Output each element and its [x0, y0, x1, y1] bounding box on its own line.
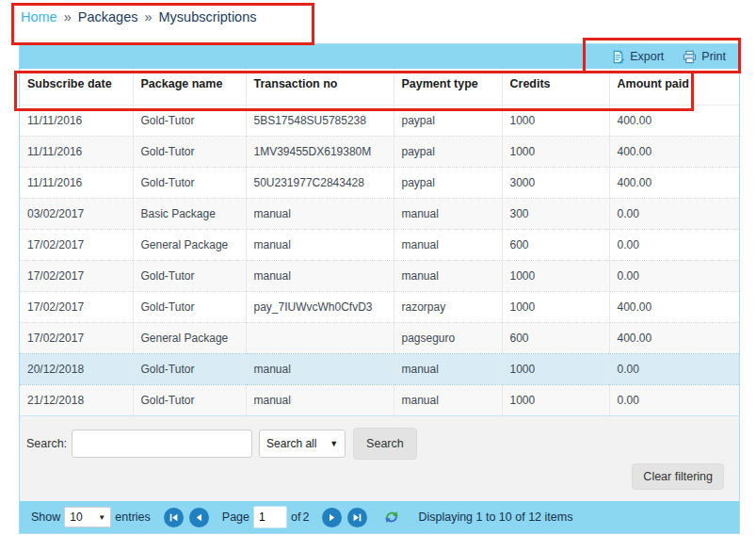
table-header-row: Subscribe datePackage nameTransaction no…: [20, 69, 739, 105]
table-cell: manual: [394, 229, 502, 260]
column-header-3[interactable]: Payment type: [394, 69, 502, 105]
previous-page-button[interactable]: [189, 508, 209, 527]
table-cell: 400.00: [609, 322, 739, 353]
table-cell: Gold-Tutor: [133, 291, 246, 322]
search-scope-select[interactable]: Search all ▼: [259, 429, 346, 458]
table-cell: 0.00: [609, 260, 739, 291]
table-cell: manual: [394, 353, 502, 384]
page-number-input[interactable]: [253, 506, 287, 528]
last-page-button[interactable]: [347, 508, 367, 527]
search-scope-selected: Search all: [266, 437, 316, 450]
first-page-button[interactable]: [164, 508, 184, 527]
chevron-down-icon: ▼: [330, 439, 338, 448]
table-cell: manual: [246, 353, 394, 384]
table-cell: 17/02/2017: [20, 260, 133, 291]
breadcrumb-packages-link[interactable]: Packages: [78, 9, 138, 24]
of-label: of: [291, 510, 300, 524]
table-cell: pagseguro: [394, 322, 502, 353]
table-cell: [246, 322, 394, 353]
table-cell: 0.00: [609, 229, 739, 260]
breadcrumb-home-link[interactable]: Home: [21, 9, 57, 24]
last-page-icon: [352, 512, 362, 523]
first-page-icon: [169, 512, 179, 523]
column-header-1[interactable]: Package name: [133, 69, 246, 105]
table-cell: Gold-Tutor: [133, 353, 246, 384]
table-cell: razorpay: [394, 291, 502, 322]
column-header-2[interactable]: Transaction no: [246, 69, 394, 105]
table-row[interactable]: 17/02/2017General Packagepagseguro600400…: [20, 322, 739, 353]
table-row[interactable]: 11/11/2016Gold-Tutor1MV39455DX619380Mpay…: [20, 136, 739, 167]
table-cell: 11/11/2016: [20, 105, 133, 136]
table-cell: 1000: [502, 260, 609, 291]
breadcrumb-current: Mysubscriptions: [159, 9, 257, 24]
table-row[interactable]: 20/12/2018Gold-Tutormanualmanual10000.00: [20, 353, 739, 384]
subscriptions-grid-panel: Export Print Subscribe da: [19, 43, 740, 534]
table-cell: 17/02/2017: [20, 229, 133, 260]
search-button[interactable]: Search: [353, 428, 417, 460]
table-cell: 11/11/2016: [20, 167, 133, 198]
table-row[interactable]: 21/12/2018Gold-Tutormanualmanual10000.00: [20, 384, 739, 415]
export-button-label: Export: [630, 50, 664, 63]
column-header-0[interactable]: Subscribe date: [20, 69, 133, 105]
total-pages: 2: [302, 510, 309, 524]
breadcrumb: Home»Packages»Mysubscriptions: [21, 9, 256, 24]
table-cell: 600: [502, 322, 609, 353]
filter-panel: Search: Search all ▼ Search Clear filter…: [20, 415, 739, 503]
next-page-button[interactable]: [322, 508, 342, 527]
table-cell: 11/11/2016: [20, 136, 133, 167]
table-cell: 1000: [502, 105, 609, 136]
table-cell: Gold-Tutor: [133, 167, 246, 198]
entries-per-page-select[interactable]: 10 ▼: [64, 507, 111, 527]
table-cell: General Package: [133, 229, 246, 260]
clear-filtering-button[interactable]: Clear filtering: [632, 463, 724, 490]
table-cell: paypal: [394, 136, 502, 167]
table-cell: Basic Package: [133, 198, 246, 229]
table-cell: manual: [394, 260, 502, 291]
table-row[interactable]: 17/02/2017General Packagemanualmanual600…: [20, 229, 739, 260]
table-cell: 1MV39455DX619380M: [246, 136, 394, 167]
entries-per-page-value: 10: [70, 510, 82, 524]
table-cell: 400.00: [609, 105, 739, 136]
print-icon: [683, 50, 697, 64]
export-button[interactable]: Export: [611, 50, 664, 64]
table-cell: 1000: [502, 291, 609, 322]
table-cell: 0.00: [609, 353, 739, 384]
table-cell: manual: [394, 198, 502, 229]
export-icon: [611, 50, 625, 64]
table-row[interactable]: 17/02/2017Gold-Tutormanualmanual10000.00: [20, 260, 739, 291]
table-cell: Gold-Tutor: [133, 260, 246, 291]
breadcrumb-separator: »: [64, 9, 72, 24]
chevron-down-icon: ▼: [98, 513, 105, 522]
print-button[interactable]: Print: [683, 50, 726, 64]
search-input[interactable]: [72, 429, 252, 458]
table-cell: 3000: [502, 167, 609, 198]
table-cell: 1000: [502, 384, 609, 415]
refresh-icon[interactable]: [384, 510, 399, 525]
entries-label: entries: [115, 510, 151, 524]
column-header-5[interactable]: Amount paid: [609, 69, 739, 105]
table-row[interactable]: 11/11/2016Gold-Tutor5BS17548SU5785238pay…: [20, 105, 739, 136]
table-cell: 1000: [502, 136, 609, 167]
show-label: Show: [31, 510, 60, 524]
table-cell: 400.00: [609, 167, 739, 198]
table-row[interactable]: 11/11/2016Gold-Tutor50U231977C2843428pay…: [20, 167, 739, 198]
table-cell: manual: [394, 384, 502, 415]
next-page-icon: [327, 512, 337, 523]
table-cell: Gold-Tutor: [133, 105, 246, 136]
table-cell: 21/12/2018: [20, 384, 133, 415]
table-row[interactable]: 03/02/2017Basic Packagemanualmanual3000.…: [20, 198, 739, 229]
table-cell: 5BS17548SU5785238: [246, 105, 394, 136]
table-cell: 1000: [502, 353, 609, 384]
table-cell: 17/02/2017: [20, 322, 133, 353]
pagination-status: Displaying 1 to 10 of 12 items: [418, 510, 572, 524]
table-cell: General Package: [133, 322, 246, 353]
mysubscriptions-page: Home»Packages»Mysubscriptions Export: [0, 0, 756, 551]
table-cell: paypal: [394, 167, 502, 198]
column-header-4[interactable]: Credits: [502, 69, 609, 105]
table-cell: manual: [246, 384, 394, 415]
breadcrumb-separator: »: [144, 9, 152, 24]
pagination-bar: Show 10 ▼ entries Page: [20, 501, 739, 533]
table-row[interactable]: 17/02/2017Gold-Tutorpay_7IUWvcWh0CfvD3ra…: [20, 291, 739, 322]
table-cell: 0.00: [609, 198, 739, 229]
subscriptions-table: Subscribe datePackage nameTransaction no…: [20, 69, 739, 415]
